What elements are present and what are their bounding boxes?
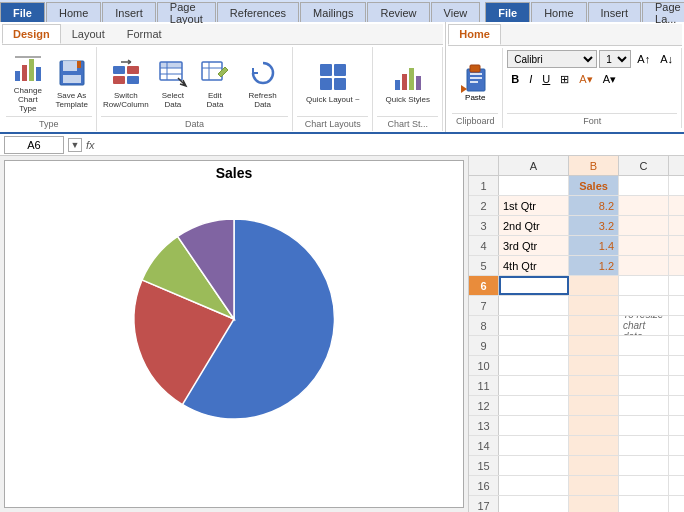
cell-c13[interactable]	[619, 416, 669, 435]
bold-button[interactable]: B	[507, 70, 523, 88]
cell-a11[interactable]	[499, 376, 569, 395]
col-header-b[interactable]: B	[569, 156, 619, 175]
font-increase-button[interactable]: A↑	[633, 50, 654, 68]
tab-insert-right[interactable]: Insert	[588, 2, 642, 22]
name-box[interactable]	[4, 136, 64, 154]
expand-button[interactable]: ▼	[68, 138, 82, 152]
spreadsheet-body: 1 Sales 2 1st Qtr 8.2 3 2nd Qtr 3.2 4	[469, 176, 684, 512]
cell-b17[interactable]	[569, 496, 619, 512]
cell-b12[interactable]	[569, 396, 619, 415]
svg-rect-1	[22, 65, 27, 81]
font-size-select[interactable]: 11	[599, 50, 631, 68]
font-decrease-button[interactable]: A↓	[656, 50, 677, 68]
cell-b13[interactable]	[569, 416, 619, 435]
tab-file-right[interactable]: File	[485, 2, 530, 22]
cell-b1[interactable]: Sales	[569, 176, 619, 195]
ribbon-tab-layout[interactable]: Layout	[61, 24, 116, 44]
cell-b15[interactable]	[569, 456, 619, 475]
tab-pagela-right[interactable]: Page La...	[642, 2, 684, 22]
cell-a6[interactable]	[499, 276, 569, 295]
cell-c7[interactable]	[619, 296, 669, 315]
fx-label: fx	[86, 139, 95, 151]
cell-b8[interactable]	[569, 316, 619, 335]
cell-c2[interactable]	[619, 196, 669, 215]
font-name-select[interactable]: Calibri	[507, 50, 597, 68]
quick-layout-icon	[317, 61, 349, 93]
fill-color-button[interactable]: A▾	[575, 70, 596, 88]
cell-c14[interactable]	[619, 436, 669, 455]
select-data-button[interactable]: Select Data	[153, 54, 193, 112]
cell-c4[interactable]	[619, 236, 669, 255]
quick-styles-button[interactable]: Quick Styles	[382, 58, 434, 107]
edit-data-button[interactable]: Edit Data	[195, 54, 235, 112]
border-button[interactable]: ⊞	[556, 70, 573, 88]
tab-home-right[interactable]: Home	[531, 2, 586, 22]
cell-b7[interactable]	[569, 296, 619, 315]
cell-c16[interactable]	[619, 476, 669, 495]
cell-c1[interactable]	[619, 176, 669, 195]
cell-a5[interactable]: 4th Qtr	[499, 256, 569, 275]
tab-view-left[interactable]: View	[431, 2, 481, 22]
cell-c17[interactable]	[619, 496, 669, 512]
svg-rect-23	[334, 78, 346, 90]
cell-c5[interactable]	[619, 256, 669, 275]
cell-c6[interactable]	[619, 276, 669, 295]
cell-c15[interactable]	[619, 456, 669, 475]
cell-a1[interactable]	[499, 176, 569, 195]
svg-rect-26	[409, 68, 414, 90]
cell-a16[interactable]	[499, 476, 569, 495]
cell-a10[interactable]	[499, 356, 569, 375]
underline-button[interactable]: U	[538, 70, 554, 88]
cell-b11[interactable]	[569, 376, 619, 395]
ribbon-tab-design[interactable]: Design	[2, 24, 61, 44]
tab-mailings-left[interactable]: Mailings	[300, 2, 366, 22]
cell-c11[interactable]	[619, 376, 669, 395]
tab-insert-left[interactable]: Insert	[102, 2, 156, 22]
cell-b4[interactable]: 1.4	[569, 236, 619, 255]
font-color-button[interactable]: A▾	[599, 70, 620, 88]
cell-a3[interactable]: 2nd Qtr	[499, 216, 569, 235]
cell-b16[interactable]	[569, 476, 619, 495]
svg-rect-2	[29, 59, 34, 81]
chart-area[interactable]: Sales	[4, 160, 464, 508]
cell-a14[interactable]	[499, 436, 569, 455]
change-chart-type-button[interactable]: Change Chart Type	[6, 49, 50, 116]
cell-c12[interactable]	[619, 396, 669, 415]
cell-c9[interactable]	[619, 336, 669, 355]
ribbon-groups-right: Paste Clipboard Calibri 11 A↑ A↓	[448, 46, 682, 130]
cell-b5[interactable]: 1.2	[569, 256, 619, 275]
cell-a13[interactable]	[499, 416, 569, 435]
col-header-a[interactable]: A	[499, 156, 569, 175]
cell-a12[interactable]	[499, 396, 569, 415]
tab-review-left[interactable]: Review	[367, 2, 429, 22]
col-header-c[interactable]: C	[619, 156, 669, 175]
cell-b3[interactable]: 3.2	[569, 216, 619, 235]
quick-layout-button[interactable]: Quick Layout ~	[302, 58, 364, 107]
save-as-template-button[interactable]: Save As Template	[52, 54, 92, 112]
tab-file-left[interactable]: File	[0, 2, 45, 22]
tab-home-left[interactable]: Home	[46, 2, 101, 22]
paste-button[interactable]: Paste	[459, 59, 491, 104]
cell-a2[interactable]: 1st Qtr	[499, 196, 569, 215]
cell-a7[interactable]	[499, 296, 569, 315]
cell-b2[interactable]: 8.2	[569, 196, 619, 215]
cell-a15[interactable]	[499, 456, 569, 475]
ribbon-tab-home-active[interactable]: Home	[448, 24, 501, 45]
cell-c8[interactable]: To resize chart data	[619, 316, 669, 335]
cell-b10[interactable]	[569, 356, 619, 375]
tab-references-left[interactable]: References	[217, 2, 299, 22]
cell-c3[interactable]	[619, 216, 669, 235]
cell-a8[interactable]	[499, 316, 569, 335]
cell-a17[interactable]	[499, 496, 569, 512]
cell-b6[interactable]	[569, 276, 619, 295]
cell-a9[interactable]	[499, 336, 569, 355]
italic-button[interactable]: I	[525, 70, 536, 88]
cell-b14[interactable]	[569, 436, 619, 455]
switch-row-col-button[interactable]: Switch Row/Column	[101, 54, 151, 112]
cell-a4[interactable]: 3rd Qtr	[499, 236, 569, 255]
cell-b9[interactable]	[569, 336, 619, 355]
cell-c10[interactable]	[619, 356, 669, 375]
ribbon-tab-format[interactable]: Format	[116, 24, 173, 44]
refresh-data-button[interactable]: Refresh Data	[237, 54, 288, 112]
tab-pagelayout-left[interactable]: Page Layout	[157, 2, 216, 22]
